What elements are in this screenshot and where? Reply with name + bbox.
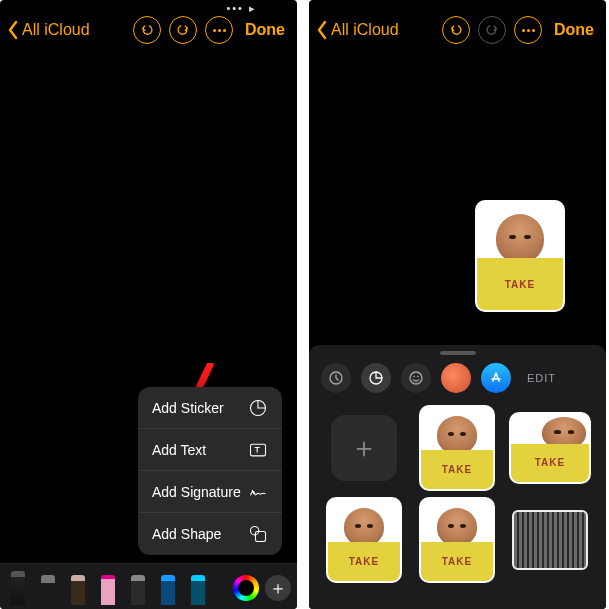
sticker-item[interactable]: TAKE (416, 407, 498, 489)
chevron-left-icon (315, 20, 329, 40)
back-label: All iCloud (22, 21, 90, 39)
ellipsis-icon (522, 29, 535, 32)
menu-label: Add Sticker (152, 400, 224, 416)
phone-right: All iCloud Done TAKE (309, 0, 606, 609)
redo-button[interactable] (169, 16, 197, 44)
undo-button[interactable] (442, 16, 470, 44)
markup-toolbar: ＋ (0, 563, 297, 609)
edit-button[interactable]: EDIT (527, 372, 556, 384)
menu-label: Add Text (152, 442, 206, 458)
done-button[interactable]: Done (554, 21, 594, 39)
svg-rect-1 (256, 532, 266, 542)
redo-icon (176, 23, 190, 37)
back-button[interactable]: All iCloud (6, 20, 90, 40)
chevron-left-icon (6, 20, 20, 40)
shape-icon (248, 524, 268, 544)
tab-stickers[interactable] (361, 363, 391, 393)
redo-button-disabled (478, 16, 506, 44)
sticker-panel: EDIT ＋ TAKE TAKE TAKE TAKE (309, 345, 606, 609)
done-button[interactable]: Done (245, 21, 285, 39)
ruler-tool[interactable] (156, 565, 180, 605)
add-menu: Add Sticker Add Text Add Signature Add S… (138, 387, 282, 555)
nav-bar: All iCloud Done (309, 8, 606, 52)
svg-point-2 (251, 527, 259, 535)
add-shape-item[interactable]: Add Shape (138, 513, 282, 555)
menu-label: Add Signature (152, 484, 241, 500)
sticker-grid: ＋ TAKE TAKE TAKE TAKE (309, 401, 606, 587)
emoji-icon (408, 370, 424, 386)
pencil-tool[interactable] (66, 565, 90, 605)
marker-tool[interactable] (36, 565, 60, 605)
sticker-text: TAKE (505, 279, 535, 290)
sticker-icon (248, 398, 268, 418)
appstore-icon (488, 370, 504, 386)
keyboard-sticker (512, 510, 588, 570)
tab-emoji[interactable] (401, 363, 431, 393)
add-sticker-item[interactable]: Add Sticker (138, 387, 282, 429)
nav-bar: All iCloud Done (0, 8, 297, 52)
sticker-item[interactable] (509, 499, 591, 581)
back-label: All iCloud (331, 21, 399, 39)
sticker-item[interactable]: TAKE (323, 499, 405, 581)
tab-apps[interactable] (481, 363, 511, 393)
tab-recents[interactable] (321, 363, 351, 393)
lasso-tool[interactable] (126, 565, 150, 605)
add-sticker-cell[interactable]: ＋ (323, 407, 405, 489)
undo-icon (140, 23, 154, 37)
svg-rect-0 (251, 444, 266, 456)
panel-tabs: EDIT (309, 355, 606, 401)
menu-label: Add Shape (152, 526, 221, 542)
redo-icon (485, 23, 499, 37)
add-text-item[interactable]: Add Text (138, 429, 282, 471)
svg-point-5 (413, 376, 415, 378)
svg-point-4 (410, 372, 422, 384)
more-button[interactable] (205, 16, 233, 44)
undo-icon (449, 23, 463, 37)
sticker-icon (368, 370, 384, 386)
placed-sticker[interactable]: TAKE (475, 200, 565, 312)
text-icon (248, 440, 268, 460)
clock-icon (328, 370, 344, 386)
color-picker[interactable] (233, 575, 259, 601)
add-button[interactable]: ＋ (265, 575, 291, 601)
undo-button[interactable] (133, 16, 161, 44)
sticker-item[interactable]: TAKE (509, 407, 591, 489)
plus-icon: ＋ (331, 415, 397, 481)
tab-memoji[interactable] (441, 363, 471, 393)
signature-icon (248, 482, 268, 502)
back-button[interactable]: All iCloud (315, 20, 399, 40)
phone-left: ••• ▸ All iCloud Done Add Sticker Add Te… (0, 0, 297, 609)
more-button[interactable] (514, 16, 542, 44)
svg-point-6 (417, 376, 419, 378)
pen-tool[interactable] (6, 565, 30, 605)
ellipsis-icon (213, 29, 226, 32)
sticker-item[interactable]: TAKE (416, 499, 498, 581)
crayon-tool[interactable] (186, 565, 210, 605)
add-signature-item[interactable]: Add Signature (138, 471, 282, 513)
eraser-tool[interactable] (96, 565, 120, 605)
